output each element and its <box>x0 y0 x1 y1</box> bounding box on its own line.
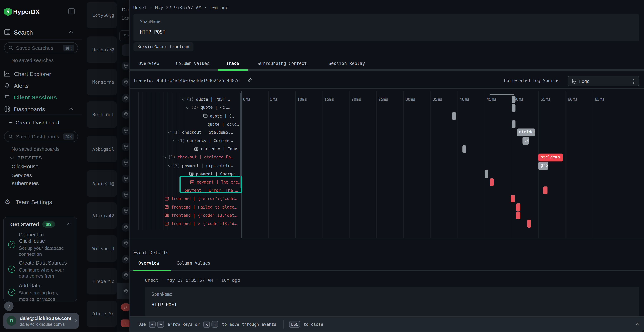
chevron-down-icon[interactable] <box>168 163 171 166</box>
trace-tree-row[interactable]: frontend | {"code":13,"det… <box>165 212 237 219</box>
trace-tree-row[interactable]: frontend | Failed to place… <box>165 203 237 211</box>
location-pin-icon[interactable] <box>121 174 129 183</box>
tab-column-values[interactable]: Column Values <box>176 61 210 66</box>
trace-tree-row[interactable]: frontend | × {"code":13,"d… <box>165 220 237 227</box>
exchange-arrows-icon[interactable]: ⇄ <box>121 303 129 311</box>
session-list-item[interactable]: Monserra <box>87 69 117 95</box>
trace-tree-row[interactable]: (1)checkout | oteldemo.… <box>168 128 233 136</box>
chevron-down-icon[interactable] <box>186 105 189 108</box>
sidebar-item-chart-explorer[interactable]: Chart Explorer <box>0 69 82 79</box>
location-pin-icon[interactable] <box>121 110 129 118</box>
event-details-tab-overview[interactable]: Overview <box>138 260 159 266</box>
location-pin-icon[interactable] <box>121 206 129 215</box>
chevron-down-icon[interactable] <box>182 97 184 100</box>
trace-tree-row[interactable]: currency | Conv… <box>194 145 240 153</box>
trace-tree-row[interactable]: frontend | {"error":{"code… <box>165 195 237 202</box>
span-bar[interactable] <box>512 104 516 112</box>
span-bar[interactable] <box>512 120 516 128</box>
chevron-down-icon[interactable] <box>10 156 14 159</box>
chevron-down-icon[interactable] <box>172 138 176 142</box>
session-action-button[interactable] <box>122 44 129 56</box>
span-bar[interactable] <box>512 96 516 103</box>
tree-scrollbar-thumb[interactable] <box>240 93 241 188</box>
location-pin-icon[interactable] <box>121 78 129 86</box>
horizontal-scrollbar-thumb[interactable] <box>490 94 514 95</box>
session-list-item[interactable]: Andre21@ <box>87 170 117 197</box>
sidebar-item-search[interactable]: Search <box>14 29 33 36</box>
event-details-tab-column-values[interactable]: Column Values <box>176 260 210 266</box>
location-pin-icon[interactable] <box>121 255 129 264</box>
location-pin-icon[interactable] <box>121 190 129 199</box>
trace-tree-row[interactable]: (3)payment | grpc.oteld… <box>168 162 233 170</box>
session-list-item[interactable]: Dixie_Mc <box>87 301 117 327</box>
preset-item-clickhouse[interactable]: ClickHouse <box>12 164 38 170</box>
trace-tree-row[interactable]: quote | C… <box>203 112 234 120</box>
location-pin-icon[interactable] <box>121 61 129 70</box>
log-marker-error[interactable] <box>511 195 515 203</box>
session-list-item[interactable]: Coty60@g <box>87 2 117 28</box>
tab-trace[interactable]: Trace <box>226 61 239 66</box>
location-pin-icon[interactable] <box>121 126 129 135</box>
edit-pencil-icon[interactable] <box>247 77 252 83</box>
location-pin-icon[interactable] <box>121 239 129 248</box>
log-marker[interactable] <box>484 170 488 178</box>
saved-searches-input[interactable]: Saved Searches ⌘K <box>4 42 78 53</box>
trace-tree-row[interactable]: payment | Error: The … <box>184 186 238 194</box>
collapse-sidebar-icon[interactable] <box>68 8 75 14</box>
location-pin-icon[interactable] <box>121 94 129 102</box>
session-list-item[interactable]: Frederic <box>87 268 117 294</box>
location-pin-icon[interactable] <box>121 142 129 151</box>
user-menu[interactable]: D dale@clickhouse.com dale@clickhouse.co… <box>3 312 79 329</box>
log-marker[interactable] <box>452 112 456 120</box>
tab-surrounding-context[interactable]: Surrounding Context <box>258 61 307 66</box>
location-pin-icon[interactable] <box>121 223 129 232</box>
location-pin-icon[interactable] <box>121 271 129 280</box>
session-search-input[interactable]: Se <box>120 30 129 42</box>
session-list-item[interactable]: Retha77@ <box>87 36 117 63</box>
log-source-select[interactable]: Logs ▲▼ <box>568 76 639 86</box>
trace-tree-row[interactable]: (2)quote | {cl… <box>186 104 230 112</box>
preset-item-services[interactable]: Services <box>12 172 32 178</box>
trace-tree-row[interactable]: payment | Charge … <box>189 170 239 178</box>
session-list-item[interactable]: Abbigail <box>87 136 117 162</box>
sidebar-item-team-settings[interactable]: Team Settings <box>16 199 52 205</box>
chevron-up-icon[interactable] <box>69 30 73 35</box>
preset-item-kubernetes[interactable]: Kubernetes <box>12 180 39 186</box>
sidebar-item-alerts[interactable]: Alerts <box>0 81 82 91</box>
log-marker-error[interactable] <box>490 178 494 186</box>
sidebar-item-client-sessions[interactable]: Client Sessions <box>0 92 82 102</box>
trace-tree-row[interactable]: (1)checkout | oteldemo.Pa… <box>164 154 233 161</box>
session-list-item[interactable]: Beth.Gol <box>87 102 117 128</box>
log-marker-error[interactable] <box>527 220 531 228</box>
tab-overview[interactable]: Overview <box>138 61 159 66</box>
span-bar[interactable]: Co <box>522 137 529 145</box>
tab-session-replay[interactable]: Session Replay <box>328 61 365 66</box>
trace-tree-row[interactable]: (1)quote | POST … <box>182 96 230 103</box>
chevron-up-icon[interactable] <box>69 108 73 112</box>
help-button[interactable]: ? <box>4 302 14 311</box>
span-bar[interactable]: grp <box>539 162 548 170</box>
location-pin-icon[interactable] <box>121 158 129 167</box>
log-marker-error[interactable] <box>516 203 520 211</box>
session-list-item[interactable]: Alicia42 <box>87 202 117 229</box>
saved-dashboards-input[interactable]: Saved Dashboards ⌘K <box>4 131 78 142</box>
log-marker[interactable] <box>462 145 466 153</box>
span-bar-error[interactable]: oteldemo. <box>539 154 563 161</box>
close-icon[interactable]: × <box>636 320 639 327</box>
service-name-chip[interactable]: ServiceName: frontend <box>133 42 194 51</box>
presets-header[interactable]: PRESETS <box>17 155 42 160</box>
log-marker-error[interactable] <box>516 212 520 219</box>
chevron-down-icon[interactable] <box>163 155 166 158</box>
session-list-item[interactable]: Wilson_H <box>87 236 117 262</box>
trace-tree-row[interactable]: payment | The cre… <box>190 178 240 186</box>
log-marker-error[interactable] <box>544 186 548 194</box>
hyperdx-logo-icon[interactable] <box>4 7 12 16</box>
chevron-up-icon[interactable] <box>67 222 71 226</box>
trace-tree-row[interactable]: (1)currency | Currenc… <box>173 137 233 144</box>
sidebar-item-dashboards[interactable]: Dashboards <box>0 104 82 114</box>
terminal-icon[interactable]: >_ <box>121 320 129 327</box>
trace-tree-row[interactable]: quote | calc… <box>207 120 239 128</box>
create-dashboard-button[interactable]: Create Dashboard <box>16 119 59 126</box>
chevron-down-icon[interactable] <box>168 130 171 134</box>
span-bar[interactable]: oteldemo. <box>517 128 536 136</box>
